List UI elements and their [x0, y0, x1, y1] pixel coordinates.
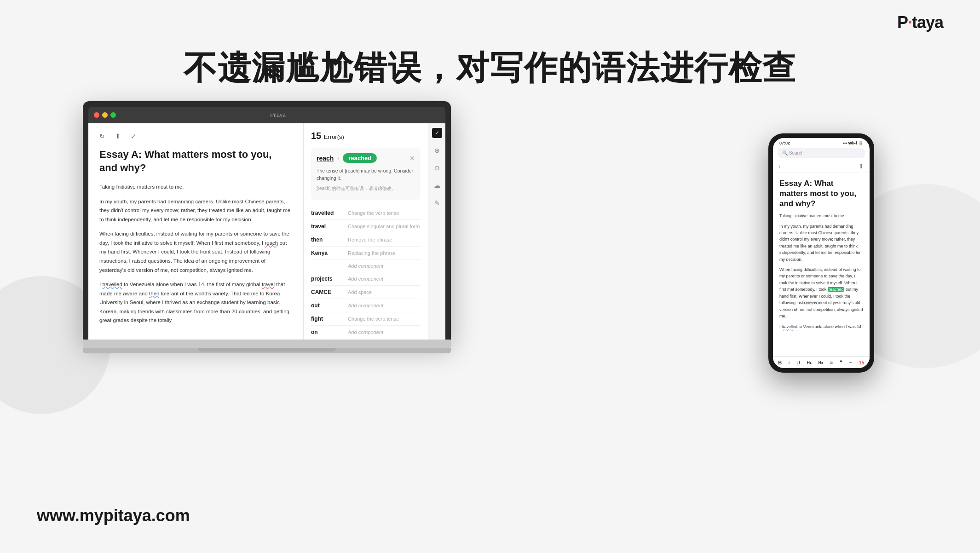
logo-dot: · [908, 13, 912, 32]
phone-tb-quote[interactable]: ❝ [840, 359, 842, 365]
error-list: travelled Change the verb tense travel C… [311, 207, 421, 340]
phone-share-icon[interactable]: ⬆ [859, 162, 864, 170]
phone-time: 07:02 [779, 141, 790, 145]
error-travelled: travelled [102, 282, 122, 287]
sidebar-icon-2[interactable]: ⊙ [432, 163, 442, 173]
check-icon[interactable]: ✓ [432, 128, 442, 138]
phone-tb-italic[interactable]: i [789, 360, 790, 365]
traffic-lights [94, 112, 116, 118]
phone-essay-para-3: When facing difficulties, instead of wai… [779, 266, 863, 320]
error-item-on[interactable]: on Add component [311, 326, 421, 339]
traffic-light-green[interactable] [110, 112, 116, 118]
phone-back-icon[interactable]: ‹ [778, 162, 781, 170]
correction-desc-en: The tense of [reach] may be wrong. Consi… [317, 167, 415, 182]
correction-to: reached [343, 153, 377, 163]
error-word: then [311, 236, 348, 243]
error-item-add1[interactable]: Add component [311, 260, 421, 272]
essay-para-2: In my youth, my parents had demanding ca… [99, 197, 292, 225]
phone-essay-title: Essay A: What matters most to you, and w… [779, 179, 863, 209]
sidebar-icon-3[interactable]: ☁ [432, 180, 442, 190]
phone-tb-h1[interactable]: H₁ [807, 360, 812, 365]
phone-signal: ▪▪▪ WiFi 🔋 [843, 141, 864, 145]
correction-from: reach [317, 155, 334, 162]
phone-search-label: Search [789, 150, 804, 156]
traffic-light-yellow[interactable] [102, 112, 108, 118]
essay-para-1: Taking Initiative matters most to me. [99, 183, 292, 192]
error-word: travel [311, 223, 348, 230]
error-word: out [311, 302, 348, 309]
laptop-titlebar: Pitaya [88, 107, 445, 123]
phone-formatting-toolbar: B i U H₁ H₂ ≡ ❝ ~ 15 [773, 356, 870, 368]
error-hint: Add component [348, 303, 383, 308]
share-icon[interactable]: ⬆ [115, 132, 123, 141]
phone-content: Essay A: What matters most to you, and w… [773, 173, 870, 339]
error-item-projects[interactable]: projects Add component [311, 272, 421, 286]
error-item-out[interactable]: out Add component [311, 299, 421, 312]
phone: 07:02 ▪▪▪ WiFi 🔋 🔍 Search ‹ ⬆ Essay A: W… [768, 133, 874, 373]
editor-panel: ↻ ⬆ ⤢ Essay A: What matters most to you,… [88, 123, 304, 340]
error-then: then [149, 291, 159, 296]
errors-count: 15 Error(s) [311, 131, 421, 141]
error-item-fight[interactable]: fight Change the verb tense [311, 312, 421, 326]
phone-screen: 07:02 ▪▪▪ WiFi 🔋 🔍 Search ‹ ⬆ Essay A: W… [773, 138, 870, 368]
error-reach: reach [265, 240, 278, 246]
laptop-title: Pitaya [116, 112, 440, 118]
laptop: Pitaya ↻ ⬆ ⤢ Essay A: What matters most … [83, 101, 451, 353]
error-hint: Add component [348, 329, 383, 335]
essay-title: Essay A: What matters most to you, and w… [99, 148, 292, 174]
correction-arrow: › [337, 155, 339, 161]
error-hint: Add component [348, 263, 383, 269]
error-hint: Change the verb tense [348, 316, 399, 322]
error-item-travelled[interactable]: travelled Change the verb tense [311, 207, 421, 220]
phone-tb-h2[interactable]: H₂ [819, 360, 824, 365]
error-word: projects [311, 276, 348, 282]
phone-essay-para-4: I travelled to Venezuela alone when I wa… [779, 323, 863, 330]
phone-highlight-reached: reached [828, 287, 845, 292]
phone-essay-para-1: Taking initiative matters most to me. [779, 213, 863, 219]
error-item-travel[interactable]: travel Change singular and plural form [311, 220, 421, 233]
error-word: fight [311, 316, 348, 322]
laptop-screen: ↻ ⬆ ⤢ Essay A: What matters most to you,… [88, 123, 445, 340]
phone-tb-underline[interactable]: U [796, 360, 800, 365]
phone-tb-bold[interactable]: B [778, 360, 782, 365]
error-hint: Replacing the phrase [348, 250, 396, 256]
errors-panel: 15 Error(s) reach › reached ✕ The tense … [304, 123, 428, 340]
phone-status-bar: 07:02 ▪▪▪ WiFi 🔋 [773, 138, 870, 146]
expand-icon[interactable]: ⤢ [131, 132, 139, 141]
logo: P·taya [897, 13, 943, 32]
errors-label: Error(s) [324, 133, 344, 140]
website-url: www.mypitaya.com [37, 506, 190, 525]
correction-close-icon[interactable]: ✕ [409, 155, 415, 162]
error-hint: Add space [348, 289, 372, 295]
error-item-kenya[interactable]: Kenya Replacing the phrase [311, 247, 421, 260]
phone-search-bar[interactable]: 🔍 Search [778, 148, 865, 158]
error-word: on [311, 329, 348, 335]
error-word: travelled [311, 210, 348, 216]
error-hint: Change the verb tense [348, 210, 399, 216]
essay-body: Taking Initiative matters most to me. In… [99, 183, 292, 325]
error-travel: travel [262, 282, 275, 287]
essay-para-4: I travelled to Venezuela alone when I wa… [99, 280, 292, 325]
correction-row: reach › reached ✕ [317, 153, 415, 163]
error-word: Kenya [311, 250, 348, 256]
error-item-camce[interactable]: CAMCE Add space [311, 286, 421, 299]
phone-essay-para-2: In my youth, my parents had demanding ca… [779, 223, 863, 263]
phone-tb-count: 15 [859, 360, 864, 365]
phone-tooltip-dismiss[interactable]: Dismiss [803, 301, 818, 305]
correction-card: reach › reached ✕ The tense of [reach] m… [311, 148, 421, 200]
laptop-body: Pitaya ↻ ⬆ ⤢ Essay A: What matters most … [83, 101, 451, 340]
phone-tb-list[interactable]: ≡ [830, 360, 833, 365]
error-hint: Change singular and plural form [348, 224, 420, 229]
error-item-then[interactable]: then Remove the phrase [311, 233, 421, 247]
phone-tb-strike[interactable]: ~ [849, 360, 852, 365]
sidebar-icon-4[interactable]: ✎ [432, 198, 442, 208]
traffic-light-red[interactable] [94, 112, 99, 118]
error-hint: Remove the phrase [348, 237, 392, 242]
refresh-icon[interactable]: ↻ [99, 132, 108, 141]
correction-desc-cn: [reach] 的时态可能有误，请考虑修改。 [317, 185, 415, 192]
error-word: CAMCE [311, 289, 348, 295]
sidebar-icon-1[interactable]: ⊕ [432, 145, 442, 156]
laptop-base [83, 340, 451, 348]
headline: 不遗漏尴尬错误，对写作的语法进行检查 [0, 46, 980, 90]
phone-travelled: travelled [782, 324, 797, 329]
